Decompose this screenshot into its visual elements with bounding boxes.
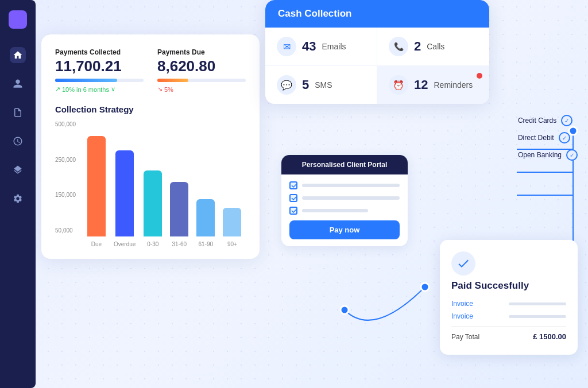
portal-checkbox-3[interactable]: [289, 207, 297, 215]
cc-header: Cash Collection: [265, 0, 489, 28]
trend-dropdown[interactable]: ∨: [111, 86, 115, 93]
sidebar-logo: [9, 10, 27, 29]
sms-label: SMS: [315, 80, 332, 90]
paid-total-row: Pay Total £ 1500.00: [451, 332, 566, 341]
portal-line-3: [302, 209, 368, 212]
sidebar-item-clock[interactable]: [10, 133, 26, 149]
paid-row-invoice-2: Invoice: [451, 312, 566, 320]
paid-invoice-line-1: [509, 302, 566, 305]
paid-invoice-label-1: Invoice: [451, 300, 473, 308]
cc-cell-calls: 📞 2 Calls: [377, 28, 489, 66]
reminders-dot: [477, 73, 482, 79]
portal-header: Personalised Client Portal: [281, 155, 408, 174]
metrics-row: Payments Collected 11,700.21 ↗ 10% in 6 …: [55, 48, 246, 93]
due-label-normal: Due: [192, 48, 205, 56]
sidebar-item-layers[interactable]: [10, 162, 26, 178]
svg-point-6: [341, 306, 349, 314]
credit-cards-check: ✓: [561, 115, 572, 126]
portal-card: Personalised Client Portal Pay now: [281, 155, 408, 246]
paid-row-invoice-1: Invoice: [451, 300, 566, 308]
paid-total-value: £ 1500.00: [533, 332, 566, 341]
bar-overdue: Overdue: [114, 150, 136, 247]
paid-check-icon: [451, 251, 475, 276]
payment-methods: Credit Cards ✓ Direct Debit ✓ Open Banki…: [518, 115, 578, 161]
paid-total-label: Pay Total: [451, 333, 479, 341]
sms-icon: 💬: [277, 75, 296, 95]
chart-title-normal: Strategy: [99, 104, 134, 114]
pm-direct-debit: Direct Debit ✓: [518, 132, 578, 143]
chart-y-labels: 500,000 250,000 150,000 50,000: [55, 121, 76, 234]
collected-trend: ↗ 10% in 6 months ∨: [55, 86, 144, 93]
credit-cards-label: Credit Cards: [518, 117, 556, 125]
trend-arrow-down: ↘: [157, 86, 163, 93]
direct-debit-label: Direct Debit: [518, 134, 554, 142]
portal-pay-button[interactable]: Pay now: [289, 220, 400, 239]
reminders-icon: ⏰: [389, 75, 408, 95]
open-banking-label: Open Banking: [518, 151, 562, 159]
dashboard-card: Payments Collected 11,700.21 ↗ 10% in 6 …: [41, 34, 260, 259]
due-label: Payments Due: [157, 48, 246, 56]
collected-progress-fill: [55, 79, 117, 82]
paid-invoice-line-2: [509, 315, 566, 318]
bar-90plus: 90+: [223, 208, 241, 247]
collected-label-normal: Collected: [90, 48, 121, 56]
bar-due: Due: [87, 136, 106, 247]
metric-collected: Payments Collected 11,700.21 ↗ 10% in 6 …: [55, 48, 144, 93]
calls-label: Calls: [427, 42, 444, 51]
sidebar-item-file[interactable]: [10, 104, 26, 121]
cc-cell-emails: ✉ 43 Emails: [265, 28, 377, 66]
cash-collection-card: Cash Collection ✉ 43 Emails 📞 2 Calls 💬 …: [265, 0, 489, 104]
due-value: 8,620.80: [157, 57, 246, 75]
portal-body: Pay now: [281, 174, 408, 246]
trend-arrow-up: ↗: [55, 86, 60, 93]
paid-card: Paid Succesfully Invoice Invoice Pay Tot…: [440, 240, 578, 355]
reminders-label: Reminders: [434, 80, 473, 90]
svg-point-7: [421, 283, 429, 291]
portal-row-2: [289, 194, 400, 202]
cc-grid: ✉ 43 Emails 📞 2 Calls 💬 5 SMS ⏰ 12 Remin…: [265, 28, 489, 104]
portal-line-2: [302, 196, 400, 200]
due-trend: ↘ 5%: [157, 86, 246, 93]
sidebar-item-home[interactable]: [10, 47, 26, 63]
sidebar-item-settings[interactable]: [10, 191, 26, 207]
reminders-count: 12: [414, 77, 428, 92]
direct-debit-check: ✓: [559, 132, 570, 143]
open-banking-check: ✓: [566, 149, 578, 161]
chart-area: 500,000 250,000 150,000 50,000 Due Overd…: [55, 121, 246, 247]
bar-0-30: 0-30: [144, 170, 162, 247]
collected-label: Payments Collected: [55, 48, 144, 56]
bar-31-60: 31-60: [170, 182, 188, 247]
chart-section: Collection Strategy 500,000 250,000 150,…: [55, 104, 246, 247]
due-progress-fill: [157, 79, 188, 82]
portal-checkbox-1[interactable]: [289, 181, 297, 189]
sidebar: [0, 0, 36, 388]
collected-value: 11,700.21: [55, 57, 144, 75]
sidebar-item-users[interactable]: [10, 76, 26, 92]
portal-row-3: [289, 207, 400, 215]
portal-line-1: [302, 184, 400, 187]
email-icon: ✉: [277, 37, 296, 56]
pm-credit-cards: Credit Cards ✓: [518, 115, 578, 126]
cc-cell-reminders: ⏰ 12 Reminders: [377, 66, 489, 104]
paid-divider: [451, 326, 566, 327]
cc-cell-sms: 💬 5 SMS: [265, 66, 377, 104]
paid-title: Paid Succesfully: [451, 280, 566, 292]
emails-count: 43: [302, 39, 316, 54]
chart-bars: Due Overdue 0-30 31-60 61-90: [87, 135, 246, 247]
chart-title: Collection Strategy: [55, 104, 246, 114]
calls-icon: 📞: [389, 37, 408, 56]
emails-label: Emails: [322, 42, 346, 51]
pm-open-banking: Open Banking ✓: [518, 149, 578, 161]
bar-61-90: 61-90: [196, 199, 215, 247]
sms-count: 5: [302, 77, 309, 92]
metric-due: Payments Due 8,620.80 ↘ 5%: [157, 48, 246, 93]
calls-count: 2: [414, 39, 421, 54]
collected-progress-bg: [55, 79, 144, 82]
due-progress-bg: [157, 79, 246, 82]
paid-invoice-label-2: Invoice: [451, 312, 473, 320]
portal-row-1: [289, 181, 400, 189]
portal-checkbox-2[interactable]: [289, 194, 297, 202]
